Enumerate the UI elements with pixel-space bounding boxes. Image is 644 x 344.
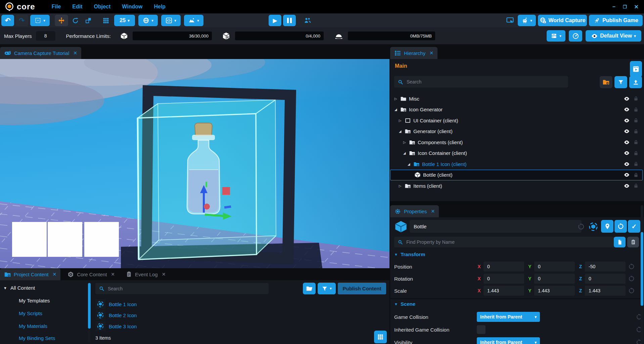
collapse-all-button[interactable]	[629, 76, 642, 88]
visibility-eye-icon[interactable]	[624, 117, 630, 124]
lock-icon[interactable]	[633, 96, 639, 101]
bot-tools-dropdown[interactable]: ▾	[518, 15, 536, 26]
lock-icon[interactable]	[633, 139, 639, 145]
play-button[interactable]: ▶	[269, 15, 281, 26]
restore-icon[interactable]: ❐	[623, 4, 627, 9]
multiplayer-preview-button[interactable]	[301, 15, 314, 26]
lock-icon[interactable]	[633, 151, 639, 156]
content-tree-root[interactable]: ▼ All Content	[3, 285, 35, 291]
rotation-y-field[interactable]	[534, 274, 575, 284]
rotation-x-field[interactable]	[484, 274, 524, 284]
scene-section-header[interactable]: ▼ Scene	[394, 301, 415, 307]
default-view-dropdown[interactable]: Default View ▾	[586, 30, 641, 42]
lock-icon[interactable]	[633, 183, 639, 188]
hierarchy-row-components[interactable]: ▷ Components (client)	[390, 137, 643, 148]
content-filter-dropdown[interactable]: ▾	[318, 283, 336, 294]
lock-icon[interactable]	[633, 172, 639, 178]
visibility-eye-icon[interactable]	[624, 150, 630, 156]
reset-scale-icon[interactable]	[628, 287, 635, 294]
expand-arrow-icon[interactable]: ▷	[394, 97, 398, 101]
apply-button[interactable]: ✓	[628, 220, 640, 233]
tab-camera-capture-tutorial[interactable]: Camera Capture Tutorial ✕	[0, 47, 81, 59]
close-icon[interactable]: ✕	[429, 50, 433, 56]
hierarchy-filter-button[interactable]	[614, 76, 627, 88]
lock-icon[interactable]	[633, 129, 639, 134]
expand-arrow-icon[interactable]: ▷	[398, 119, 402, 122]
expand-arrow-icon[interactable]: ◢	[398, 129, 402, 133]
asset-item-bottle-2[interactable]: Bottle 2 Icon	[95, 310, 137, 320]
menu-file[interactable]: File	[46, 4, 67, 10]
rotate-tool-button[interactable]	[69, 15, 81, 26]
property-search-input[interactable]	[406, 239, 612, 245]
redo-button[interactable]: ↷	[15, 15, 28, 26]
hierarchy-row-bottle-1-icon[interactable]: ◢ Bottle 1 Icon (client)	[390, 159, 643, 170]
visibility-eye-icon[interactable]	[624, 106, 630, 113]
lock-icon[interactable]	[633, 161, 639, 167]
move-tool-button[interactable]	[55, 15, 68, 26]
transform-section-header[interactable]: ▼ Transform	[394, 251, 425, 257]
billboard-1[interactable]	[12, 222, 47, 257]
billboard-3[interactable]	[84, 222, 119, 257]
hierarchy-search[interactable]	[394, 76, 568, 88]
expand-arrow-icon[interactable]: ▷	[398, 184, 402, 188]
section-collapse-icon[interactable]: ▼	[394, 252, 398, 256]
property-search[interactable]	[394, 237, 616, 247]
rotation-z-field[interactable]	[585, 274, 626, 284]
reset-rotation-icon[interactable]	[628, 275, 635, 282]
hierarchy-row-icon-generator[interactable]: ◢ Icon Generator	[390, 104, 643, 115]
close-icon[interactable]: ✕	[431, 209, 435, 214]
grid-view-button[interactable]	[374, 331, 387, 343]
undo-button[interactable]: ↶	[1, 15, 14, 26]
object-name-field[interactable]	[410, 220, 582, 233]
expand-arrow-icon[interactable]: ◢	[402, 151, 407, 155]
object-name-input[interactable]	[413, 223, 578, 230]
close-icon[interactable]: ✕	[162, 272, 166, 277]
new-folder-button[interactable]	[303, 283, 316, 294]
hierarchy-row-ui-container[interactable]: ▷ UI Container (client)	[390, 115, 643, 126]
world-capture-button[interactable]: World Capture	[538, 15, 587, 26]
expand-arrow-icon[interactable]: ◢	[407, 162, 411, 166]
networked-filter-button[interactable]	[600, 76, 612, 88]
visibility-eye-icon[interactable]	[624, 139, 630, 146]
asset-item-bottle-1[interactable]: Bottle 1 Icon	[95, 299, 137, 309]
lock-icon[interactable]	[633, 118, 639, 123]
hierarchy-row-icon-container[interactable]: ◢ Icon Container (client)	[390, 148, 643, 159]
revert-name-icon[interactable]	[578, 223, 585, 230]
menu-window[interactable]: Window	[116, 4, 148, 10]
visibility-dropdown[interactable]: Inherit from Parent ▾	[477, 337, 540, 344]
pause-button[interactable]	[283, 15, 296, 26]
visibility-eye-icon[interactable]	[624, 96, 630, 102]
tree-open-icon[interactable]: ▼	[3, 286, 7, 290]
scale-x-field[interactable]	[484, 286, 524, 296]
game-collision-dropdown[interactable]: Inherit from Parent ▾	[477, 312, 540, 322]
close-icon[interactable]: ✕	[73, 50, 77, 56]
section-collapse-icon[interactable]: ▼	[394, 302, 398, 306]
visibility-eye-icon[interactable]	[624, 128, 630, 134]
grid-size-dropdown[interactable]: 25 ▾	[114, 15, 135, 26]
inherited-game-collision-checkbox[interactable]	[477, 325, 486, 334]
copy-properties-button[interactable]	[614, 237, 626, 247]
tab-hierarchy[interactable]: Hierarchy ✕	[390, 47, 438, 59]
expand-arrow-icon[interactable]: ▷	[402, 140, 407, 144]
reset-position-icon[interactable]	[628, 263, 635, 270]
close-icon[interactable]: ✕	[52, 272, 56, 277]
max-players-input[interactable]	[36, 31, 55, 41]
menu-edit[interactable]: Edit	[66, 4, 88, 10]
scale-y-field[interactable]	[534, 286, 575, 296]
menu-help[interactable]: Help	[148, 4, 171, 10]
hierarchy-row-bottle-selected[interactable]: Bottle (client)	[390, 170, 643, 181]
menu-object[interactable]: Object	[88, 4, 116, 10]
hierarchy-row-misc[interactable]: ▷ Misc	[390, 93, 643, 104]
visibility-eye-icon[interactable]	[624, 172, 630, 178]
snap-grid-button[interactable]	[99, 15, 112, 26]
hierarchy-row-generator[interactable]: ◢ Generator (client)	[390, 126, 643, 137]
screen-share-button[interactable]	[504, 15, 516, 26]
terrain-dropdown[interactable]: ▾	[184, 15, 203, 26]
minimize-icon[interactable]: –	[612, 4, 615, 10]
save-dropdown[interactable]: ▾	[547, 30, 565, 42]
asset-item-bottle-3[interactable]: Bottle 3 Icon	[95, 321, 137, 331]
paste-properties-button[interactable]	[627, 237, 639, 247]
max-players-value[interactable]	[39, 33, 52, 39]
tab-project-content[interactable]: Project Content ✕	[0, 268, 60, 280]
publish-game-button[interactable]: Publish Game	[589, 15, 643, 26]
